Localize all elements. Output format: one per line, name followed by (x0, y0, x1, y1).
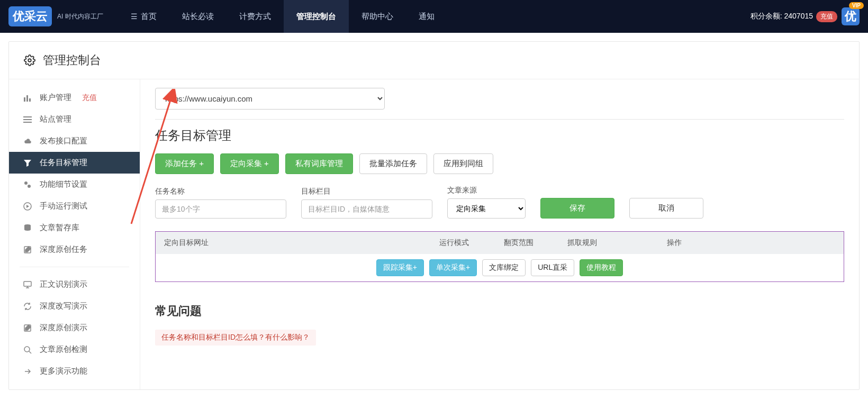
user-avatar[interactable]: 优 VIP (842, 7, 860, 25)
chart-bar-icon (23, 94, 32, 102)
target-column-label: 目标栏目 (301, 187, 432, 196)
sidebar: 账户管理 充值 站点管理 发布接口配置 任务目标管理 功能细节设置 (9, 79, 140, 389)
svg-rect-1 (24, 97, 25, 102)
sidebar-divider (20, 267, 129, 267)
nav-must-read[interactable]: 站长必读 (169, 0, 227, 33)
gear-icon (24, 54, 35, 66)
svg-rect-12 (24, 281, 31, 286)
search-icon (23, 346, 32, 354)
svg-point-7 (24, 181, 28, 185)
th-mode: 运行模式 (439, 238, 504, 248)
faq-item[interactable]: 任务名称和目标栏目ID怎么填？有什么影响？ (155, 330, 316, 346)
section-title: 任务目标管理 (155, 127, 844, 144)
th-rule: 抓取规则 (567, 238, 667, 248)
sidebar-item-text-demo[interactable]: 正文识别演示 (9, 274, 140, 295)
sidebar-item-more-demo[interactable]: 更多演示功能 (9, 360, 140, 382)
save-button[interactable]: 保存 (540, 198, 614, 219)
target-table: 定向目标网址 运行模式 翻页范围 抓取规则 操作 跟踪采集+ 单次采集+ 文库绑… (155, 231, 844, 282)
filter-icon (23, 159, 32, 167)
svg-rect-3 (29, 98, 31, 102)
list-icon: ☰ (131, 12, 138, 21)
svg-point-8 (28, 185, 31, 188)
table-header: 定向目标网址 运行模式 翻页范围 抓取规则 操作 (156, 232, 844, 254)
single-collect-button[interactable]: 单次采集+ (429, 259, 477, 276)
nav-billing[interactable]: 计费方式 (227, 0, 284, 33)
action-buttons: 添加任务 + 定向采集 + 私有词库管理 批量添加任务 应用到同组 (155, 153, 844, 174)
refresh-icon (23, 302, 32, 311)
sidebar-item-check[interactable]: 文章原创检测 (9, 339, 140, 360)
faq-title: 常见问题 (155, 303, 844, 319)
task-name-label: 任务名称 (155, 187, 286, 196)
sidebar-item-storage[interactable]: 文章暂存库 (9, 217, 140, 239)
nav-console[interactable]: 管理控制台 (284, 0, 349, 33)
content-area: https://www.ucaiyun.com 任务目标管理 添加任务 + 定向… (140, 79, 859, 389)
panel-header: 管理控制台 (9, 42, 859, 79)
sidebar-item-publish[interactable]: 发布接口配置 (9, 130, 140, 152)
url-direct-button[interactable]: URL直采 (531, 259, 574, 276)
recharge-button[interactable]: 充值 (816, 11, 837, 22)
cancel-button[interactable]: 取消 (629, 198, 703, 219)
sidebar-item-deep-original[interactable]: 深度原创任务 (9, 239, 140, 260)
nav-help[interactable]: 帮助中心 (349, 0, 406, 33)
list-icon (23, 115, 32, 124)
sidebar-item-task-target[interactable]: 任务目标管理 (9, 152, 140, 174)
svg-rect-4 (23, 116, 32, 117)
play-icon (23, 202, 32, 211)
targeted-collect-button[interactable]: 定向采集 + (220, 153, 279, 174)
table-action-row: 跟踪采集+ 单次采集+ 文库绑定 URL直采 使用教程 (156, 254, 844, 281)
source-select[interactable]: 定向采集 (447, 198, 526, 219)
lib-bind-button[interactable]: 文库绑定 (482, 259, 526, 276)
apply-group-button[interactable]: 应用到同组 (433, 153, 493, 174)
sidebar-item-manual-run[interactable]: 手动运行测试 (9, 195, 140, 217)
sidebar-item-settings[interactable]: 功能细节设置 (9, 174, 140, 195)
target-column-input[interactable] (301, 199, 432, 219)
batch-add-button[interactable]: 批量添加任务 (359, 153, 427, 174)
vip-badge: VIP (849, 2, 864, 9)
private-dict-button[interactable]: 私有词库管理 (285, 153, 353, 174)
add-task-button[interactable]: 添加任务 + (155, 153, 214, 174)
svg-rect-2 (26, 95, 28, 102)
main-panel: 管理控制台 账户管理 充值 站点管理 发布接口配置 (8, 41, 860, 390)
panel-title: 管理控制台 (43, 52, 101, 68)
sidebar-item-account[interactable]: 账户管理 充值 (9, 87, 140, 108)
sidebar-item-original-demo[interactable]: 深度原创演示 (9, 317, 140, 339)
edit-icon (23, 246, 32, 254)
tutorial-button[interactable]: 使用教程 (580, 259, 623, 276)
cloud-icon (23, 137, 32, 146)
th-url: 定向目标网址 (164, 238, 439, 248)
task-name-input[interactable] (155, 199, 286, 219)
logo-subtitle: AI 时代内容工厂 (57, 12, 103, 21)
nav-notify[interactable]: 通知 (406, 0, 447, 33)
share-icon (23, 367, 32, 376)
track-collect-button[interactable]: 跟踪采集+ (376, 259, 424, 276)
svg-rect-5 (23, 119, 32, 120)
sidebar-item-site[interactable]: 站点管理 (9, 108, 140, 130)
points-balance: 积分余额: 2407015 (751, 12, 813, 21)
avatar-icon: 优 (842, 7, 860, 25)
site-select[interactable]: https://www.ucaiyun.com (155, 88, 385, 110)
th-range: 翻页范围 (504, 238, 567, 248)
th-action: 操作 (667, 238, 835, 248)
top-navbar: 优采云 AI 时代内容工厂 ☰ 首页 站长必读 计费方式 管理控制台 帮助中心 … (0, 0, 868, 33)
logo[interactable]: 优采云 (8, 6, 52, 26)
svg-point-0 (28, 59, 31, 62)
cogs-icon (23, 180, 32, 189)
svg-rect-6 (23, 122, 32, 123)
monitor-icon (23, 280, 32, 289)
database-icon (23, 224, 32, 232)
source-label: 文章来源 (447, 186, 526, 195)
task-form: 任务名称 目标栏目 文章来源 定向采集 (155, 186, 844, 219)
svg-point-14 (24, 347, 30, 352)
edit-icon (23, 324, 32, 332)
divider (155, 119, 844, 120)
sidebar-item-rewrite-demo[interactable]: 深度改写演示 (9, 295, 140, 317)
logo-text: 优采云 (13, 8, 48, 24)
nav-home[interactable]: ☰ 首页 (118, 0, 169, 33)
sidebar-recharge-link[interactable]: 充值 (82, 93, 97, 103)
